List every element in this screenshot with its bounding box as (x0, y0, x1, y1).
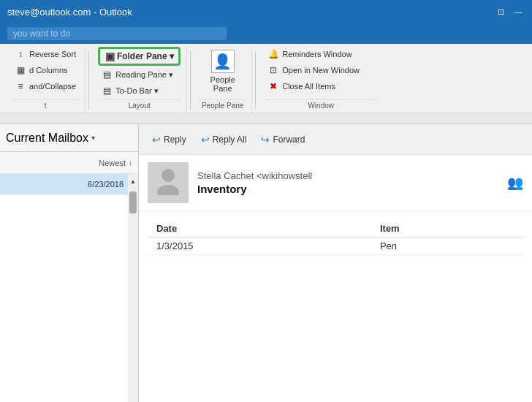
window-group-label: Window (265, 99, 377, 110)
mail-item[interactable]: 6/23/2018 (0, 174, 138, 195)
email-subject: Inventory (197, 183, 498, 195)
mailbox-selector-label: Current Mailbox (6, 132, 88, 145)
add-columns-button[interactable]: ▦ d Columns (12, 63, 79, 77)
ribbon-group-layout: ▣ Folder Pane ▾ ▤ Reading Pane ▾ ▤ To-Do… (92, 47, 187, 113)
mail-date: 6/23/2018 (6, 180, 123, 189)
title-bar-left: steve@outlook.com - Outlook (7, 7, 132, 18)
reply-button[interactable]: ↩ Reply (146, 131, 192, 148)
expand-collapse-icon: ≡ (15, 80, 26, 92)
close-all-items-button[interactable]: ✖ Close All Items (265, 79, 377, 94)
scroll-up-button[interactable]: ▲ (128, 174, 138, 189)
table-row: 1/3/2015 Pen (148, 238, 523, 255)
table-cell-date: 1/3/2015 (148, 238, 371, 255)
sort-row: Newest ↓ (0, 152, 138, 174)
expand-collapse-label: and/Collapse (29, 82, 76, 91)
email-sender: Stella Cachet <wikihowstell (197, 170, 498, 181)
add-columns-icon: ▦ (15, 64, 26, 76)
forward-button[interactable]: ↪ Forward (255, 131, 311, 148)
reply-icon: ↩ (152, 134, 161, 145)
open-new-window-button[interactable]: ⊡ Open in New Window (265, 63, 377, 77)
table-cell-item: Pen (371, 238, 523, 255)
ribbon-group-people-pane: 👤 PeoplePane People Pane (194, 47, 252, 113)
sort-group-label: t (12, 99, 79, 110)
reply-label: Reply (164, 134, 186, 145)
expand-collapse-button[interactable]: ≡ and/Collapse (12, 79, 79, 94)
folder-pane-icon: ▣ (105, 50, 115, 62)
people-pane-icon-box: 👤 (211, 50, 235, 73)
left-panel: Current Mailbox ▾ Newest ↓ 6/23/2018 ▲ (0, 124, 139, 402)
svg-point-0 (162, 169, 175, 182)
reminders-window-button[interactable]: 🔔 Reminders Window (265, 47, 377, 61)
mailbox-selector[interactable]: Current Mailbox ▾ (0, 124, 138, 152)
email-toolbar: ↩ Reply ↩ Reply All ↪ Forward (139, 124, 532, 155)
avatar (148, 162, 189, 203)
app-title: steve@outlook.com - Outlook (7, 7, 132, 18)
folder-pane-btn-inner: ▣ Folder Pane ▾ (105, 50, 174, 62)
ribbon-group-window: 🔔 Reminders Window ⊡ Open in New Window … (259, 47, 383, 113)
title-bar: steve@outlook.com - Outlook ⊡ — (0, 0, 532, 23)
layout-group-label: Layout (98, 99, 180, 110)
reply-all-label: Reply All (213, 134, 247, 145)
reverse-sort-icon: ↕ (15, 48, 26, 60)
title-bar-controls: ⊡ — (494, 5, 525, 18)
people-pane-icon: 👤 (213, 53, 232, 70)
ribbon: ↕ Reverse Sort ▦ d Columns ≡ and/Collaps… (0, 44, 532, 124)
svg-point-1 (157, 185, 179, 195)
folder-pane-label: Folder Pane (117, 51, 167, 61)
search-bar (0, 23, 532, 44)
table-header-item: Item (371, 220, 523, 238)
avatar-icon (153, 166, 183, 200)
sort-label: Newest (99, 159, 126, 167)
divider-1 (88, 51, 89, 110)
content-area: Current Mailbox ▾ Newest ↓ 6/23/2018 ▲ ↩… (0, 124, 532, 402)
restore-button[interactable]: ⊡ (494, 5, 507, 18)
todo-bar-button[interactable]: ▤ To-Do Bar ▾ (98, 83, 180, 98)
add-columns-label: d Columns (29, 66, 68, 75)
divider-3 (255, 51, 256, 110)
people-pane-label: PeoplePane (210, 75, 235, 93)
email-meta: Stella Cachet <wikihowstell Inventory (197, 170, 498, 195)
open-new-window-label: Open in New Window (282, 66, 360, 75)
reading-pane-icon: ▤ (101, 69, 113, 80)
ribbon-toolbar: ↕ Reverse Sort ▦ d Columns ≡ and/Collaps… (0, 44, 532, 113)
divider-2 (190, 51, 191, 110)
reminders-window-label: Reminders Window (282, 50, 352, 58)
email-header: Stella Cachet <wikihowstell Inventory 👥 (139, 155, 532, 211)
reading-pane-label: Reading Pane ▾ (115, 70, 173, 80)
ribbon-group-sort: ↕ Reverse Sort ▦ d Columns ≡ and/Collaps… (6, 47, 86, 113)
people-pane-group-label: People Pane (200, 99, 246, 110)
reminder-icon: 🔔 (267, 48, 279, 60)
table-header-date: Date (148, 220, 371, 238)
forward-label: Forward (273, 134, 305, 145)
window-group-content: 🔔 Reminders Window ⊡ Open in New Window … (265, 47, 377, 98)
todo-bar-icon: ▤ (101, 85, 113, 96)
close-all-icon: ✖ (267, 80, 279, 92)
forward-icon: ↪ (261, 134, 270, 145)
left-scroll: ▲ (128, 174, 138, 402)
right-panel: ↩ Reply ↩ Reply All ↪ Forward (139, 124, 532, 402)
reverse-sort-button[interactable]: ↕ Reverse Sort (12, 47, 79, 61)
reverse-sort-label: Reverse Sort (29, 50, 76, 58)
email-body: Date Item 1/3/2015 Pen (139, 211, 532, 402)
reply-all-icon: ↩ (201, 134, 210, 145)
contact-multi-icon[interactable]: 👥 (507, 175, 523, 191)
scroll-thumb[interactable] (129, 191, 137, 213)
people-pane-button[interactable]: 👤 PeoplePane (200, 47, 246, 96)
mailbox-dropdown-icon: ▾ (91, 134, 95, 142)
search-wrap (7, 27, 227, 40)
minimize-button[interactable]: — (512, 5, 525, 18)
mail-list-area: 6/23/2018 ▲ (0, 174, 138, 402)
open-window-icon: ⊡ (267, 64, 279, 76)
people-pane-content: 👤 PeoplePane (200, 47, 246, 98)
reading-pane-button[interactable]: ▤ Reading Pane ▾ (98, 67, 180, 82)
sort-group-content: ↕ Reverse Sort ▦ d Columns ≡ and/Collaps… (12, 47, 79, 98)
search-input[interactable] (13, 29, 221, 39)
reply-all-button[interactable]: ↩ Reply All (195, 131, 253, 148)
inventory-table: Date Item 1/3/2015 Pen (148, 220, 523, 255)
layout-group-content: ▣ Folder Pane ▾ ▤ Reading Pane ▾ ▤ To-Do… (98, 47, 180, 98)
sort-arrow-icon: ↓ (129, 159, 132, 167)
folder-pane-arrow: ▾ (170, 51, 174, 61)
todo-bar-label: To-Do Bar ▾ (115, 86, 159, 96)
folder-pane-button[interactable]: ▣ Folder Pane ▾ (98, 47, 180, 66)
close-all-label: Close All Items (282, 82, 335, 91)
